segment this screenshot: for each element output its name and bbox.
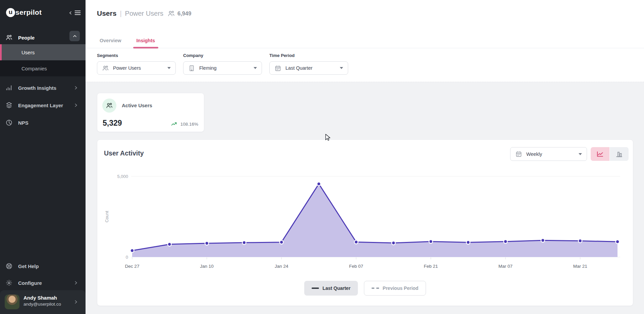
gear-icon	[5, 279, 13, 287]
chart-type-toggle	[591, 147, 629, 161]
userpilot-logo-icon: u	[6, 8, 15, 17]
interval-select[interactable]: Weekly	[510, 147, 587, 161]
svg-text:5,000: 5,000	[117, 174, 128, 179]
line-chart-toggle-button[interactable]	[591, 147, 610, 161]
company-select[interactable]: Fleming	[183, 61, 262, 75]
sidebar-item-engagement-layer[interactable]: Engagement Layer	[0, 98, 86, 113]
svg-text:0: 0	[126, 255, 128, 260]
user-activity-chart: 05,000CountDec 27Jan 10Jan 24Feb 07Feb 2…	[101, 170, 628, 272]
tab-bar: Overview Insights	[96, 33, 158, 48]
insights-content: Active Users 5,329 108.16% User Activity…	[86, 82, 644, 314]
tab-insights[interactable]: Insights	[133, 33, 159, 48]
column-chart-icon	[615, 150, 623, 158]
svg-text:Jan 24: Jan 24	[275, 264, 288, 269]
chevron-right-icon	[73, 280, 78, 285]
sidebar-item-label: People	[18, 35, 35, 41]
user-activity-card: User Activity Weekly 05,000CountDec 27Ja…	[97, 139, 633, 306]
title-separator: |	[120, 10, 121, 17]
sidebar-item-label: Companies	[21, 66, 47, 71]
svg-text:Feb 21: Feb 21	[424, 264, 438, 269]
sidebar-item-nps[interactable]: NPS	[0, 115, 86, 130]
users-count-icon	[167, 10, 175, 17]
filter-label: Segments	[97, 53, 176, 58]
avatar	[5, 295, 19, 309]
pie-chart-icon	[5, 119, 13, 126]
building-icon	[188, 65, 195, 72]
line-chart-icon	[596, 150, 604, 158]
chevron-down-icon	[254, 67, 257, 69]
time-period-select[interactable]: Last Quarter	[269, 61, 348, 75]
svg-text:Dec 27: Dec 27	[125, 264, 140, 269]
page-header: Users | Power Users 6,949 Overview Insig…	[86, 0, 644, 82]
calendar-icon	[515, 150, 522, 158]
chevron-right-icon	[73, 300, 78, 304]
sidebar: userpilot People Users Companies Growth …	[0, 0, 86, 314]
sidebar-item-label: Configure	[18, 280, 42, 286]
sidebar-item-people[interactable]: People	[0, 32, 86, 44]
logo-text: serpilot	[15, 8, 42, 16]
sidebar-collapse-button[interactable]	[66, 9, 81, 17]
sidebar-item-label: Engagement Layer	[18, 103, 63, 108]
users-icon	[102, 65, 109, 72]
filter-company: Company Fleming	[183, 53, 262, 75]
bar-chart-toggle-button[interactable]	[610, 147, 629, 161]
chevron-down-icon	[167, 67, 171, 69]
metric-change: 108.16%	[171, 121, 198, 128]
bar-chart-icon	[5, 84, 13, 91]
people-icon	[5, 34, 13, 41]
sidebar-item-label: Growth Insights	[18, 85, 56, 91]
profile-name: Andy Shamah	[23, 295, 57, 301]
sidebar-item-users[interactable]: Users	[0, 44, 86, 60]
calendar-icon	[274, 65, 281, 72]
svg-text:Feb 07: Feb 07	[349, 264, 363, 269]
users-icon	[106, 102, 113, 109]
page-title: Users	[97, 9, 116, 17]
sidebar-item-label: NPS	[18, 120, 29, 126]
profile-menu[interactable]: Andy Shamah andy@userpilot.co	[0, 290, 86, 314]
profile-email: andy@userpilot.co	[23, 302, 61, 307]
metric-value: 5,329	[103, 119, 122, 128]
sidebar-item-label: Users	[21, 50, 35, 55]
sidebar-item-configure[interactable]: Configure	[0, 275, 86, 290]
filter-segments: Segments Power Users	[97, 53, 176, 75]
sidebar-item-get-help[interactable]: Get Help	[0, 259, 86, 273]
filter-label: Time Period	[269, 53, 348, 58]
layers-icon	[5, 102, 13, 109]
filter-time-period: Time Period Last Quarter	[269, 53, 348, 75]
active-users-icon-badge	[102, 99, 116, 113]
lifebuoy-icon	[5, 262, 13, 270]
chevron-right-icon	[73, 85, 78, 90]
legend-previous-period-button[interactable]: Previous Period	[364, 281, 426, 296]
sidebar-item-growth-insights[interactable]: Growth Insights	[0, 80, 86, 95]
people-collapse-button[interactable]	[69, 31, 80, 41]
svg-text:Mar 21: Mar 21	[573, 264, 587, 269]
segments-select[interactable]: Power Users	[97, 61, 176, 75]
active-indicator-bar	[0, 44, 2, 60]
segment-user-count: 6,949	[177, 10, 191, 17]
legend-last-quarter-button[interactable]: Last Quarter	[304, 281, 358, 296]
trend-up-icon	[171, 121, 178, 128]
userpilot-logo[interactable]: userpilot	[6, 7, 42, 18]
time-period-select-value: Last Quarter	[285, 65, 340, 71]
tab-bar-divider	[86, 48, 644, 48]
svg-text:Jan 10: Jan 10	[200, 264, 214, 269]
chevron-up-icon	[72, 34, 77, 39]
chart-title: User Activity	[104, 149, 144, 157]
interval-select-value: Weekly	[526, 151, 579, 157]
chevron-down-icon	[340, 67, 343, 69]
solid-line-swatch-icon	[312, 288, 319, 289]
metric-title: Active Users	[122, 103, 152, 108]
svg-text:Count: Count	[104, 211, 109, 223]
company-select-value: Fleming	[199, 65, 254, 71]
chevron-left-icon	[68, 11, 73, 15]
dashed-line-swatch-icon	[372, 288, 379, 289]
metric-change-value: 108.16%	[180, 122, 198, 127]
segment-name: Power Users	[125, 10, 163, 17]
tab-overview[interactable]: Overview	[96, 33, 125, 48]
sidebar-item-companies[interactable]: Companies	[0, 60, 86, 76]
filter-label: Company	[183, 53, 262, 58]
sidebar-item-label: Get Help	[18, 263, 39, 269]
chart-legend: Last Quarter Previous Period	[97, 281, 633, 296]
breadcrumb: Users | Power Users 6,949	[97, 9, 191, 17]
hamburger-icon	[74, 10, 81, 15]
